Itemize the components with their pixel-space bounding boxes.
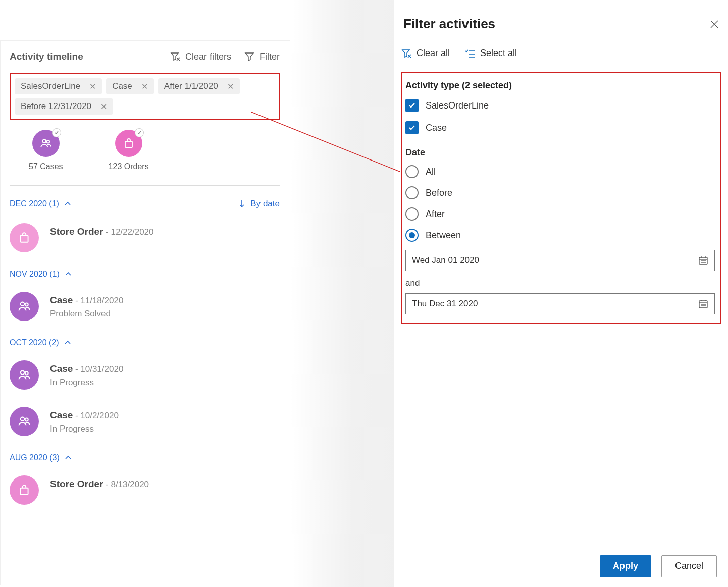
chip-remove-icon[interactable]: ✕ — [100, 102, 107, 112]
divider — [10, 185, 280, 186]
date-option-radio[interactable]: Before — [405, 186, 715, 199]
activity-type-header: Activity type (2 selected) — [405, 80, 715, 91]
chevron-up-icon — [65, 271, 72, 278]
radio-unselected-icon — [405, 186, 419, 199]
date-to-input[interactable]: Thu Dec 31 2020 — [405, 293, 715, 314]
svg-rect-5 — [20, 236, 28, 242]
clear-all-button[interactable]: Clear all — [401, 48, 450, 59]
funnel-clear-icon — [401, 48, 411, 59]
timeline-list: DEC 2020 (1) By dateStore Order - 12/22/… — [10, 199, 280, 505]
chip-remove-icon[interactable]: ✕ — [227, 82, 234, 91]
timeline-item[interactable]: Store Order - 8/13/2020 — [10, 475, 280, 505]
filter-options-highlight: Activity type (2 selected) SalesOrderLin… — [401, 72, 721, 324]
timeline-group-header[interactable]: DEC 2020 (1) — [10, 199, 71, 208]
timeline-item[interactable]: Case - 11/18/2020Problem Solved — [10, 292, 280, 321]
apply-button[interactable]: Apply — [600, 555, 651, 577]
activity-timeline-panel: Activity timeline Clear filters Filter S… — [0, 40, 290, 585]
cases-summary-label: 57 Cases — [29, 162, 63, 171]
select-all-label: Select all — [480, 48, 517, 59]
timeline-item-title: Case — [50, 295, 73, 305]
chevron-up-icon — [65, 454, 72, 461]
case-icon — [10, 407, 39, 436]
case-icon — [10, 360, 39, 390]
radio-unselected-icon — [405, 207, 419, 221]
timeline-group-header[interactable]: NOV 2020 (1) — [10, 270, 280, 279]
chip-remove-icon[interactable]: ✕ — [141, 82, 148, 91]
svg-point-10 — [21, 417, 24, 421]
filter-button[interactable]: Filter — [244, 51, 280, 62]
checkbox-checked-icon — [405, 99, 419, 112]
and-label: and — [405, 278, 715, 288]
check-badge-icon — [135, 128, 144, 137]
timeline-item-title: Case — [50, 410, 73, 420]
activity-type-label: Case — [426, 123, 447, 133]
timeline-group-header[interactable]: OCT 2020 (2) — [10, 338, 280, 347]
timeline-item-date: - 12/22/2020 — [106, 227, 153, 237]
order-icon — [10, 223, 39, 252]
date-from-value: Wed Jan 01 2020 — [412, 255, 479, 265]
panel-title: Activity timeline — [10, 51, 83, 62]
filter-chip[interactable]: SalesOrderLine✕ — [15, 78, 102, 94]
svg-point-3 — [46, 140, 49, 143]
date-option-label: After — [426, 209, 445, 220]
activity-type-label: SalesOrderLine — [426, 100, 489, 111]
activity-type-checkbox[interactable]: Case — [405, 121, 715, 134]
close-button[interactable] — [710, 20, 719, 29]
timeline-item[interactable]: Case - 10/2/2020In Progress — [10, 407, 280, 436]
close-icon — [710, 20, 719, 29]
filter-chip[interactable]: Case✕ — [106, 78, 154, 94]
date-option-radio[interactable]: Between — [405, 229, 715, 242]
chevron-up-icon — [64, 200, 71, 207]
svg-point-2 — [42, 139, 46, 143]
svg-point-11 — [25, 418, 28, 421]
backdrop-shade — [290, 0, 394, 587]
timeline-item-date: - 10/31/2020 — [75, 364, 123, 374]
clear-filters-button[interactable]: Clear filters — [170, 51, 231, 62]
orders-summary-icon[interactable] — [115, 130, 142, 157]
radio-selected-icon — [405, 229, 419, 242]
select-all-button[interactable]: Select all — [465, 48, 517, 59]
timeline-item-subtext: Problem Solved — [50, 309, 123, 319]
date-option-radio[interactable]: All — [405, 165, 715, 178]
filter-chip[interactable]: After 1/1/2020✕ — [158, 78, 240, 94]
activity-type-checkbox[interactable]: SalesOrderLine — [405, 99, 715, 112]
clear-all-label: Clear all — [417, 48, 450, 59]
timeline-group-header[interactable]: AUG 2020 (3) — [10, 453, 280, 462]
check-badge-icon — [52, 128, 61, 137]
summary-row: 57 Cases 123 Orders — [10, 125, 280, 180]
arrow-down-icon — [238, 199, 245, 208]
case-icon — [10, 292, 39, 321]
date-option-label: All — [426, 167, 436, 177]
bag-icon — [123, 137, 135, 149]
svg-rect-12 — [20, 488, 28, 495]
svg-point-7 — [25, 303, 28, 306]
filter-chip-label: SalesOrderLine — [21, 81, 80, 91]
timeline-item-title: Store Order — [50, 226, 103, 237]
funnel-icon — [244, 51, 254, 62]
date-option-radio[interactable]: After — [405, 207, 715, 221]
timeline-item[interactable]: Store Order - 12/22/2020 — [10, 223, 280, 252]
svg-point-6 — [21, 302, 24, 306]
filter-chip-label: After 1/1/2020 — [164, 81, 218, 91]
chip-remove-icon[interactable]: ✕ — [89, 82, 96, 91]
filter-chip[interactable]: Before 12/31/2020✕ — [15, 98, 113, 115]
chevron-up-icon — [64, 339, 71, 346]
svg-point-8 — [21, 371, 24, 375]
date-option-label: Before — [426, 188, 452, 198]
date-option-label: Between — [426, 230, 461, 241]
orders-summary-label: 123 Orders — [109, 162, 149, 171]
cancel-button[interactable]: Cancel — [661, 555, 717, 577]
timeline-item-date: - 8/13/2020 — [106, 479, 149, 489]
people-icon — [39, 137, 53, 150]
cases-summary-icon[interactable] — [32, 130, 60, 157]
timeline-item-title: Store Order — [50, 478, 103, 489]
filter-chips-container: SalesOrderLine✕Case✕After 1/1/2020✕Befor… — [10, 73, 280, 120]
date-from-input[interactable]: Wed Jan 01 2020 — [405, 250, 715, 271]
clear-filters-label: Clear filters — [185, 51, 231, 62]
order-icon — [10, 475, 39, 505]
filter-panel-footer: Apply Cancel — [394, 545, 728, 587]
filter-label: Filter — [259, 51, 280, 62]
sort-by-date-button[interactable]: By date — [238, 199, 280, 209]
filter-chip-label: Case — [112, 81, 132, 91]
timeline-item[interactable]: Case - 10/31/2020In Progress — [10, 360, 280, 390]
